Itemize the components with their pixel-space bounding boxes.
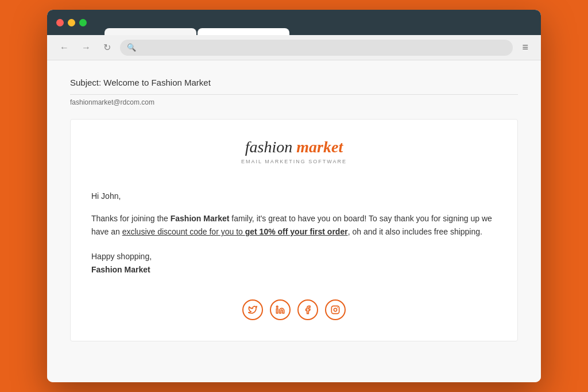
menu-button[interactable]: ≡ (519, 39, 532, 56)
svg-point-1 (276, 306, 278, 308)
email-subject: Subject: Welcome to Fashion Market (70, 78, 518, 95)
refresh-button[interactable]: ↻ (100, 40, 114, 55)
browser-tabs (105, 28, 289, 35)
address-bar[interactable]: 🔍 (120, 40, 513, 56)
browser-tab-active[interactable] (198, 28, 289, 35)
browser-navbar: ← → ↻ 🔍 ≡ (47, 35, 541, 60)
paragraph-discount: get 10% off your first order (245, 227, 348, 236)
maximize-button[interactable] (79, 19, 87, 26)
minimize-button[interactable] (68, 19, 75, 26)
logo-tagline: EMAIL MARKETING SOFTWARE (91, 159, 497, 164)
facebook-icon[interactable] (297, 299, 318, 320)
paragraph-link[interactable]: exclusive discount code for you to get 1… (122, 227, 348, 236)
email-card: fashion market EMAIL MARKETING SOFTWARE … (70, 119, 518, 341)
logo-fashion-text: fashion (245, 138, 292, 156)
email-body: Hi John, Thanks for joining the Fashion … (91, 190, 497, 276)
email-greeting: Hi John, (91, 190, 497, 203)
instagram-icon[interactable] (325, 299, 346, 320)
email-signing: Happy shopping, Fashion Market (91, 250, 497, 276)
twitter-icon[interactable] (242, 299, 263, 320)
browser-window: ← → ↻ 🔍 ≡ Subject: Welcome to Fashion Ma… (47, 10, 541, 382)
linkedin-icon[interactable] (270, 299, 291, 320)
search-icon: 🔍 (127, 43, 136, 52)
logo-market-text: market (296, 138, 343, 156)
close-button[interactable] (56, 19, 64, 26)
traffic-lights (56, 19, 87, 26)
paragraph-text-1: Thanks for joining the (91, 214, 171, 223)
back-button[interactable]: ← (56, 40, 72, 55)
forward-button[interactable]: → (78, 40, 94, 55)
browser-titlebar (47, 10, 541, 35)
svg-rect-2 (331, 306, 339, 314)
social-icons (91, 295, 497, 320)
email-container: Subject: Welcome to Fashion Market fashi… (47, 60, 541, 382)
email-logo: fashion market EMAIL MARKETING SOFTWARE (91, 138, 497, 174)
svg-rect-0 (276, 309, 278, 313)
signing-line-1: Happy shopping, (91, 250, 497, 263)
paragraph-text-3: , oh and it also includes free shipping. (348, 227, 482, 236)
signing-line-2: Fashion Market (91, 263, 497, 276)
paragraph-brand: Fashion Market (171, 214, 230, 223)
email-main-paragraph: Thanks for joining the Fashion Market fa… (91, 212, 497, 239)
browser-tab-inactive[interactable] (105, 28, 196, 35)
email-from: fashionmarket@rdcom.com (70, 98, 518, 106)
